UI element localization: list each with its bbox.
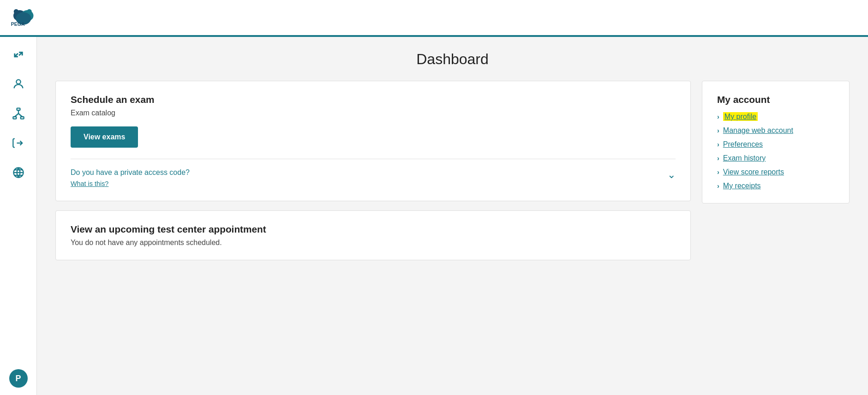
sidebar-item-network[interactable] xyxy=(6,101,31,126)
view-exams-button[interactable]: View exams xyxy=(71,126,138,148)
content-grid: Schedule an exam Exam catalog View exams… xyxy=(55,81,850,260)
schedule-exam-card: Schedule an exam Exam catalog View exams… xyxy=(55,81,691,201)
svg-rect-10 xyxy=(13,117,16,119)
svg-text:PEGA: PEGA xyxy=(11,21,25,27)
access-code-question: Do you have a private access code? xyxy=(71,168,190,177)
main-cards: Schedule an exam Exam catalog View exams… xyxy=(55,81,691,260)
appointment-card: View an upcoming test center appointment… xyxy=(55,210,691,260)
main-layout: P Dashboard Schedule an exam Exam catalo… xyxy=(0,37,868,395)
account-link-item-receipts: › My receipts xyxy=(717,182,834,190)
chevron-right-icon-examhistory: › xyxy=(717,155,719,162)
account-link-item-myprofile: › My profile xyxy=(717,113,834,121)
sidebar-item-signout[interactable] xyxy=(6,130,31,156)
my-account-card: My account › My profile › Manage web acc… xyxy=(702,81,850,203)
svg-point-4 xyxy=(27,9,32,14)
preferences-link[interactable]: Preferences xyxy=(723,140,763,149)
svg-line-13 xyxy=(14,114,18,117)
pearson-badge[interactable]: P xyxy=(9,369,28,388)
svg-rect-11 xyxy=(20,117,24,119)
svg-point-3 xyxy=(14,9,19,14)
exam-catalog-subtitle: Exam catalog xyxy=(71,109,676,117)
chevron-down-icon[interactable]: ⌄ xyxy=(667,168,676,181)
svg-rect-9 xyxy=(17,108,20,110)
chevron-right-icon-myprofile: › xyxy=(717,113,719,120)
my-profile-link[interactable]: My profile xyxy=(723,113,758,121)
sidebar-bottom: P xyxy=(9,369,28,388)
chevron-right-icon-manage: › xyxy=(717,127,719,134)
exam-history-link[interactable]: Exam history xyxy=(723,154,766,162)
sidebar-item-expand[interactable] xyxy=(6,42,31,67)
what-is-this-link[interactable]: What is this? xyxy=(71,180,108,187)
account-link-item-preferences: › Preferences xyxy=(717,140,834,149)
chevron-right-icon-preferences: › xyxy=(717,141,719,148)
manage-web-account-link[interactable]: Manage web account xyxy=(723,126,793,135)
app-header: PEGA xyxy=(0,0,868,37)
account-links-list: › My profile › Manage web account › Pref… xyxy=(717,113,834,190)
pega-logo: PEGA xyxy=(9,6,37,29)
main-content: Dashboard Schedule an exam Exam catalog … xyxy=(37,37,868,395)
access-code-section: Do you have a private access code? What … xyxy=(71,159,676,188)
my-receipts-link[interactable]: My receipts xyxy=(723,182,761,190)
my-account-title: My account xyxy=(717,94,834,105)
chevron-right-icon-receipts: › xyxy=(717,182,719,190)
sidebar-item-profile[interactable] xyxy=(6,71,31,97)
page-title: Dashboard xyxy=(55,51,850,68)
svg-point-8 xyxy=(16,80,20,84)
my-profile-highlight: My profile xyxy=(723,112,758,121)
logo-area: PEGA xyxy=(9,6,37,29)
schedule-exam-title: Schedule an exam xyxy=(71,94,676,105)
appointment-title: View an upcoming test center appointment xyxy=(71,224,676,235)
view-score-reports-link[interactable]: View score reports xyxy=(723,168,784,176)
account-link-item-examhistory: › Exam history xyxy=(717,154,834,162)
no-appointments-text: You do not have any appointments schedul… xyxy=(71,239,676,247)
chevron-right-icon-scorereports: › xyxy=(717,168,719,176)
sidebar: P xyxy=(0,37,37,395)
svg-line-14 xyxy=(18,114,22,117)
access-code-content: Do you have a private access code? What … xyxy=(71,168,190,188)
account-link-item-manage: › Manage web account xyxy=(717,126,834,135)
account-link-item-scorereports: › View score reports xyxy=(717,168,834,176)
sidebar-item-globe[interactable] xyxy=(6,160,31,186)
